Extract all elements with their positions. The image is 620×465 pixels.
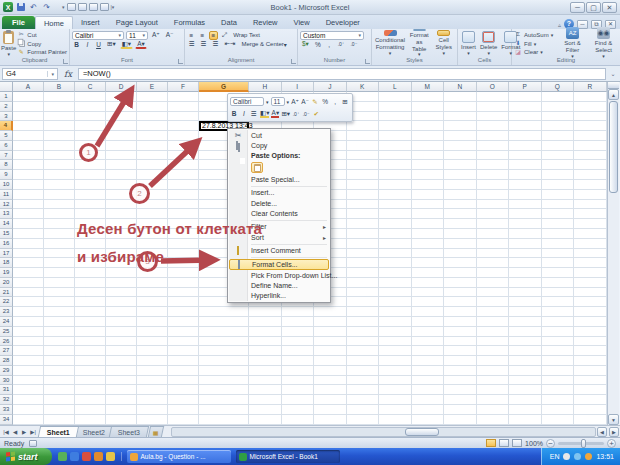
grid-cell[interactable] bbox=[444, 151, 477, 161]
mini-increase-decimal-button[interactable]: .0⁺ bbox=[292, 109, 300, 118]
grid-cell[interactable] bbox=[13, 180, 44, 190]
grid-cell[interactable] bbox=[574, 268, 607, 278]
grid-cell[interactable] bbox=[347, 278, 380, 288]
tab-view[interactable]: View bbox=[286, 16, 318, 29]
row-header-24[interactable]: 24 bbox=[0, 317, 13, 327]
grid-cell[interactable] bbox=[75, 151, 106, 161]
grid-cell[interactable] bbox=[542, 317, 575, 327]
grid-cell[interactable] bbox=[412, 405, 445, 415]
taskbar-button[interactable]: Microsoft Excel - Book1 bbox=[236, 450, 340, 463]
grid-cell[interactable] bbox=[44, 160, 75, 170]
grid-cell[interactable] bbox=[509, 190, 542, 200]
grid-cell[interactable] bbox=[412, 180, 445, 190]
grid-cell[interactable] bbox=[412, 131, 445, 141]
row-header-13[interactable]: 13 bbox=[0, 209, 13, 219]
grid-cell[interactable] bbox=[379, 356, 412, 366]
taskbar-button[interactable]: Aula.bg - Question - ... bbox=[127, 450, 231, 463]
grid-cell[interactable] bbox=[412, 356, 445, 366]
zoom-slider[interactable] bbox=[558, 442, 604, 445]
grid-cell[interactable] bbox=[542, 141, 575, 151]
grid-cell[interactable] bbox=[314, 415, 347, 425]
grid-cell[interactable] bbox=[44, 229, 75, 239]
menu-item-copy[interactable]: Copy bbox=[229, 140, 329, 150]
grid-cell[interactable] bbox=[44, 121, 75, 131]
grid-cell[interactable] bbox=[444, 200, 477, 210]
grid-cell[interactable] bbox=[379, 297, 412, 307]
menu-item-delete[interactable]: Delete... bbox=[229, 198, 329, 208]
zoom-level[interactable]: 100% bbox=[525, 440, 543, 447]
grid-cell[interactable] bbox=[314, 366, 347, 376]
grid-cell[interactable] bbox=[574, 200, 607, 210]
merge-center-button[interactable]: Merge & Center▾ bbox=[239, 40, 288, 49]
grid-cell[interactable] bbox=[137, 151, 168, 161]
grid-cell[interactable] bbox=[44, 268, 75, 278]
excel-app-icon[interactable]: X bbox=[3, 2, 13, 12]
grid-cell[interactable] bbox=[168, 278, 199, 288]
grid-cell[interactable] bbox=[444, 297, 477, 307]
prev-sheet-icon[interactable]: ◀ bbox=[11, 429, 19, 435]
grid-cell[interactable] bbox=[13, 395, 44, 405]
grid-cell[interactable] bbox=[314, 385, 347, 395]
name-box-dropdown-icon[interactable]: ▾ bbox=[47, 71, 54, 77]
grid-cell[interactable] bbox=[444, 180, 477, 190]
last-sheet-icon[interactable]: ▶| bbox=[29, 429, 37, 435]
grid-cell[interactable] bbox=[137, 258, 168, 268]
grid-cell[interactable] bbox=[249, 385, 282, 395]
grid-cell[interactable] bbox=[75, 297, 106, 307]
grid-cell[interactable] bbox=[106, 278, 137, 288]
grid-cell[interactable] bbox=[412, 376, 445, 386]
mini-center-button[interactable]: ☰ bbox=[250, 109, 258, 118]
grid-cell[interactable] bbox=[168, 112, 199, 122]
grid-cell[interactable] bbox=[168, 258, 199, 268]
grid-cell[interactable] bbox=[106, 317, 137, 327]
grid-cell[interactable] bbox=[574, 160, 607, 170]
grid-cell[interactable] bbox=[477, 102, 510, 112]
grid-cell[interactable] bbox=[509, 405, 542, 415]
grid-cell[interactable] bbox=[444, 327, 477, 337]
grid-cell[interactable] bbox=[168, 385, 199, 395]
folder-icon[interactable] bbox=[106, 452, 115, 461]
grid-cell[interactable] bbox=[13, 102, 44, 112]
insert-cells-button[interactable]: Insert▾ bbox=[459, 30, 478, 57]
grid-cell[interactable] bbox=[199, 405, 249, 415]
insert-worksheet-button[interactable]: ▦ bbox=[148, 426, 164, 437]
grid-cell[interactable] bbox=[542, 151, 575, 161]
grid-cell[interactable] bbox=[412, 258, 445, 268]
grid-cell[interactable] bbox=[379, 229, 412, 239]
grid-cell[interactable] bbox=[168, 415, 199, 425]
grid-cell[interactable] bbox=[13, 239, 44, 249]
row-header-17[interactable]: 17 bbox=[0, 249, 13, 259]
row-header-15[interactable]: 15 bbox=[0, 229, 13, 239]
grid-cell[interactable] bbox=[477, 288, 510, 298]
grid-cell[interactable] bbox=[168, 346, 199, 356]
maximize-button[interactable]: ▢ bbox=[586, 2, 601, 13]
menu-item-insert-comment[interactable]: Insert Comment bbox=[229, 246, 329, 256]
row-header-10[interactable]: 10 bbox=[0, 180, 13, 190]
grid-cell[interactable] bbox=[106, 219, 137, 229]
grid-cell[interactable] bbox=[282, 356, 315, 366]
grid-cell[interactable] bbox=[44, 288, 75, 298]
grid-cell[interactable] bbox=[168, 200, 199, 210]
grid-cell[interactable] bbox=[444, 102, 477, 112]
indent-buttons[interactable]: ⇤⇥ bbox=[222, 40, 237, 49]
row-header-4[interactable]: 4 bbox=[0, 121, 13, 131]
fill-button[interactable]: ⬇Fill▾ bbox=[514, 40, 556, 48]
grid-cell[interactable] bbox=[13, 112, 44, 122]
grid-cell[interactable] bbox=[44, 366, 75, 376]
grid-cell[interactable] bbox=[44, 376, 75, 386]
grid-cell[interactable] bbox=[347, 151, 380, 161]
grid-cell[interactable] bbox=[314, 307, 347, 317]
grid-cell[interactable] bbox=[75, 356, 106, 366]
row-header-25[interactable]: 25 bbox=[0, 327, 13, 337]
column-header-N[interactable]: N bbox=[444, 82, 477, 92]
grid-cell[interactable] bbox=[347, 337, 380, 347]
grid-cell[interactable] bbox=[444, 170, 477, 180]
undo-button[interactable]: ↶ bbox=[28, 2, 39, 13]
grid-cell[interactable] bbox=[379, 366, 412, 376]
mini-decrease-decimal-button[interactable]: .0⁻ bbox=[302, 109, 310, 118]
grid-cell[interactable] bbox=[347, 307, 380, 317]
grid-cell[interactable] bbox=[477, 180, 510, 190]
grid-cell[interactable] bbox=[412, 327, 445, 337]
grid-cell[interactable] bbox=[44, 415, 75, 425]
qat-custom-icon[interactable] bbox=[89, 3, 98, 11]
